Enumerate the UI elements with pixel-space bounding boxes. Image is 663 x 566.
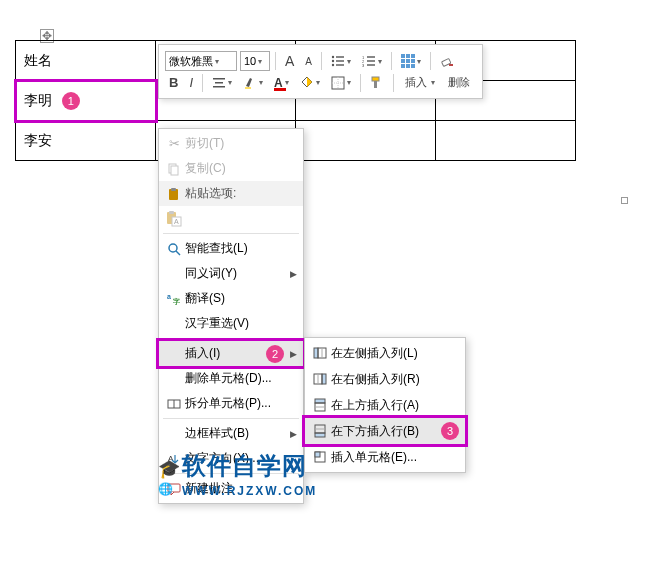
ctx-copy[interactable]: 复制(C) <box>159 156 303 181</box>
bullets-button[interactable] <box>327 53 355 69</box>
separator <box>360 74 361 92</box>
svg-rect-7 <box>367 56 375 57</box>
svg-rect-48 <box>315 433 325 437</box>
svg-rect-11 <box>367 64 375 65</box>
cell-header-name[interactable]: 姓名 <box>16 41 156 81</box>
svg-rect-13 <box>449 64 453 66</box>
svg-text:a: a <box>167 293 171 300</box>
cell[interactable] <box>436 121 576 161</box>
insert-col-right-icon <box>309 372 331 386</box>
ctx-cut[interactable]: ✂ 剪切(T) <box>159 131 303 156</box>
grow-font-button[interactable]: A <box>281 51 298 71</box>
callout-badge-1: 1 <box>62 92 80 110</box>
svg-rect-16 <box>213 86 225 88</box>
shading-button[interactable] <box>296 74 324 92</box>
svg-rect-39 <box>314 348 318 358</box>
separator <box>393 74 394 92</box>
svg-rect-3 <box>336 60 344 61</box>
bold-button[interactable]: B <box>165 73 182 92</box>
table-insert-group[interactable]: 插入 <box>399 73 439 92</box>
copy-icon <box>163 162 185 176</box>
cell-lian[interactable]: 李安 <box>16 121 156 161</box>
ctx-split-cell[interactable]: 拆分单元格(P)... <box>159 391 303 416</box>
ctx-translate[interactable]: a字 翻译(S) <box>159 286 303 311</box>
svg-point-0 <box>332 56 334 58</box>
ctx-smart-lookup[interactable]: 智能查找(L) <box>159 236 303 261</box>
paste-icon <box>163 187 185 201</box>
italic-button[interactable]: I <box>185 73 197 92</box>
callout-badge-2: 2 <box>266 345 284 363</box>
ctx-synonyms[interactable]: 同义词(Y) ▶ <box>159 261 303 286</box>
translate-icon: a字 <box>163 292 185 306</box>
cell[interactable] <box>296 121 436 161</box>
separator <box>163 418 299 419</box>
font-name-select[interactable]: 微软雅黑 <box>165 51 237 71</box>
separator <box>275 52 276 70</box>
ctx-insert[interactable]: 插入(I) 2 ▶ <box>159 341 303 366</box>
separator <box>163 338 299 339</box>
ctx-border-style[interactable]: 边框样式(B) ▶ <box>159 421 303 446</box>
separator <box>163 233 299 234</box>
font-color-button[interactable]: A <box>270 74 293 92</box>
search-icon <box>163 242 185 256</box>
sub-col-left[interactable]: 在左侧插入列(L) <box>305 340 465 366</box>
svg-line-32 <box>176 251 180 255</box>
align-button[interactable] <box>208 75 236 91</box>
ctx-delete-cell[interactable]: 删除单元格(D)... <box>159 366 303 391</box>
svg-rect-21 <box>372 77 379 81</box>
delete-label: 删除 <box>446 75 472 90</box>
chevron-right-icon: ▶ <box>290 349 297 359</box>
table-delete-group[interactable]: 删除 <box>442 73 476 92</box>
shrink-font-button[interactable]: A <box>301 54 316 69</box>
svg-text:3: 3 <box>362 63 365 67</box>
svg-point-2 <box>332 60 334 62</box>
callout-badge-3: 3 <box>441 422 459 440</box>
insert-row-below-icon <box>309 424 331 438</box>
insert-col-left-icon <box>309 346 331 360</box>
separator <box>321 52 322 70</box>
svg-point-4 <box>332 64 334 66</box>
svg-rect-45 <box>315 399 325 403</box>
sub-row-above[interactable]: 在上方插入行(A) <box>305 392 465 418</box>
separator <box>202 74 203 92</box>
highlight-button[interactable] <box>239 74 267 92</box>
table-resize-handle[interactable] <box>621 197 628 204</box>
svg-rect-1 <box>336 56 344 57</box>
ctx-paste-default[interactable]: A <box>159 206 303 231</box>
sub-row-below[interactable]: 在下方插入行(B) 3 <box>305 418 465 444</box>
ctx-hanzi[interactable]: 汉字重选(V) <box>159 311 303 336</box>
format-painter-button[interactable] <box>366 74 388 92</box>
svg-rect-15 <box>215 82 223 84</box>
insert-submenu: 在左侧插入列(L) 在右侧插入列(R) 在上方插入行(A) 在下方插入行(B) … <box>304 337 466 473</box>
svg-rect-17 <box>245 87 251 89</box>
svg-rect-5 <box>336 64 344 65</box>
insert-row-above-icon <box>309 398 331 412</box>
sub-col-right[interactable]: 在右侧插入列(R) <box>305 366 465 392</box>
sub-insert-cell[interactable]: 插入单元格(E)... <box>305 444 465 470</box>
paste-a-icon: A <box>163 211 185 227</box>
mini-toolbar: 微软雅黑 10 A A 123 B I A <box>158 44 483 99</box>
cell-selected-liming[interactable]: 李明 1 <box>16 81 156 121</box>
cell-text: 李明 <box>24 92 52 108</box>
graduation-cap-icon: 🎓 <box>158 458 178 478</box>
watermark-title: 🎓软件自学网 <box>158 450 317 482</box>
insert-label: 插入 <box>403 75 429 90</box>
split-cell-icon <box>163 397 185 411</box>
chevron-right-icon: ▶ <box>290 429 297 439</box>
ctx-paste-options-header: 粘贴选项: <box>159 181 303 206</box>
svg-point-31 <box>169 244 177 252</box>
globe-icon: 🌐 <box>158 482 178 502</box>
svg-rect-42 <box>322 374 326 384</box>
font-size-select[interactable]: 10 <box>240 51 270 71</box>
svg-rect-14 <box>213 78 225 80</box>
svg-rect-28 <box>169 211 174 214</box>
context-menu: ✂ 剪切(T) 复制(C) 粘贴选项: A 智能查找(L) 同义词(Y) ▶ a… <box>158 128 304 504</box>
chevron-right-icon: ▶ <box>290 269 297 279</box>
table-grid-button[interactable] <box>397 52 425 70</box>
borders-button[interactable] <box>327 74 355 92</box>
numbering-button[interactable]: 123 <box>358 53 386 69</box>
eraser-icon[interactable] <box>436 52 458 70</box>
svg-text:A: A <box>174 218 179 225</box>
svg-rect-9 <box>367 60 375 61</box>
svg-rect-24 <box>171 166 178 175</box>
